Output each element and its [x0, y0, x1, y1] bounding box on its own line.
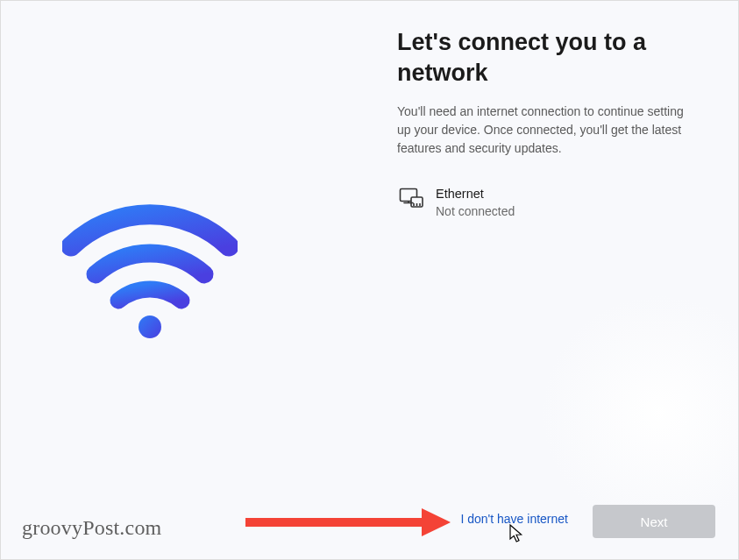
footer-bar: groovyPost.com I don't have internet Nex…	[1, 489, 738, 559]
network-text: Ethernet Not connected	[436, 186, 515, 219]
svg-point-0	[139, 315, 161, 338]
watermark-text: groovyPost.com	[22, 516, 161, 540]
content-panel: Let's connect you to a network You'll ne…	[397, 27, 695, 223]
ethernet-icon	[399, 188, 423, 210]
hero-illustration	[62, 202, 238, 346]
next-button[interactable]: Next	[593, 505, 715, 538]
network-status: Not connected	[436, 203, 515, 220]
page-title: Let's connect you to a network	[397, 27, 695, 89]
wifi-icon	[62, 202, 238, 343]
skip-internet-link[interactable]: I don't have internet	[458, 508, 570, 529]
page-subtitle: You'll need an internet connection to co…	[397, 103, 695, 158]
network-name: Ethernet	[436, 186, 515, 203]
network-item-ethernet[interactable]: Ethernet Not connected	[397, 182, 695, 223]
